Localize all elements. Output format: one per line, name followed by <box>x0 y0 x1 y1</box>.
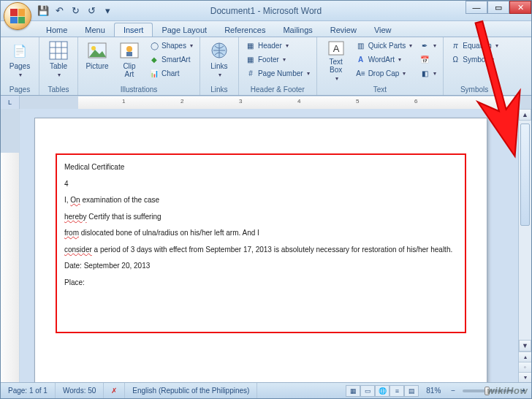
table-label: Table <box>50 62 67 70</box>
status-words[interactable]: Words: 50 <box>56 383 104 398</box>
ruler-tick: 5 <box>356 98 359 104</box>
zoom-level[interactable]: 81% <box>419 383 448 398</box>
page[interactable]: Medical Certificate4I, On examination of… <box>34 118 487 382</box>
scroll-track[interactable] <box>519 121 531 340</box>
svg-rect-9 <box>126 52 132 56</box>
ruler-tick: 2 <box>180 98 183 104</box>
picture-button[interactable]: Picture <box>83 39 112 81</box>
view-web[interactable]: 🌐 <box>375 385 390 397</box>
tab-insert[interactable]: Insert <box>114 23 153 37</box>
symbol-icon: Ω <box>450 54 460 64</box>
maximize-button[interactable]: ▭ <box>487 1 509 14</box>
prev-page-icon[interactable]: ▴ <box>519 352 531 362</box>
ruler-corner: L <box>1 96 20 109</box>
ruler-tick: 4 <box>297 98 300 104</box>
undo-icon[interactable]: ↶ <box>52 4 66 18</box>
datetime-icon: 📅 <box>419 54 430 64</box>
group-text: A Text Box▾ ▥Quick Parts▾ AWordArt▾ A≡Dr… <box>317 37 444 95</box>
tab-home[interactable]: Home <box>37 23 76 37</box>
tab-view[interactable]: View <box>365 23 400 37</box>
textbox-icon: A <box>326 40 346 56</box>
view-full-screen[interactable]: ▭ <box>360 385 375 397</box>
document-body[interactable]: Medical Certificate4I, On examination of… <box>64 162 457 287</box>
quickparts-button[interactable]: ▥Quick Parts▾ <box>354 39 415 52</box>
table-button[interactable]: Table▾ <box>44 39 73 81</box>
group-pages-label: Pages <box>5 84 34 95</box>
scroll-thumb[interactable] <box>520 123 530 226</box>
chart-label: Chart <box>162 69 179 77</box>
group-pages: 📄 Pages▾ Pages <box>1 37 39 95</box>
pages-button[interactable]: 📄 Pages▾ <box>5 39 34 81</box>
close-button[interactable]: ✕ <box>509 1 531 14</box>
browse-object-icon[interactable]: ◦ <box>519 362 531 372</box>
object-icon: ◧ <box>419 68 430 78</box>
proofing-icon: ✗ <box>111 387 117 395</box>
status-page[interactable]: Page: 1 of 1 <box>1 383 56 398</box>
group-header-footer: ▦Header▾ ▦Footer▾ #Page Number▾ Header &… <box>239 37 317 95</box>
view-print-layout[interactable]: ▦ <box>346 385 360 397</box>
scroll-down-icon[interactable]: ▼ <box>519 340 531 352</box>
signature-icon: ✒ <box>419 40 430 50</box>
quick-access-toolbar: 💾 ↶ ↻ ↺ ▾ <box>36 4 115 18</box>
textbox-label: Text Box <box>329 58 342 74</box>
object-button[interactable]: ◧▾ <box>417 66 438 80</box>
svg-point-8 <box>126 46 132 52</box>
footer-button[interactable]: ▦Footer▾ <box>243 53 312 66</box>
view-outline[interactable]: ≡ <box>390 385 404 397</box>
tab-references[interactable]: References <box>216 23 274 37</box>
datetime-button[interactable]: 📅 <box>417 53 438 66</box>
group-text-label: Text <box>322 84 439 95</box>
view-draft[interactable]: ▤ <box>404 385 419 397</box>
group-links-label: Links <box>205 84 234 95</box>
minimize-button[interactable]: — <box>466 1 487 14</box>
header-button[interactable]: ▦Header▾ <box>243 39 312 52</box>
clipart-button[interactable]: Clip Art <box>115 39 144 81</box>
qat-more-icon[interactable]: ▾ <box>100 4 115 18</box>
tab-menu[interactable]: Menu <box>76 23 114 37</box>
horizontal-ruler-area: L 1 2 3 4 5 6 <box>1 96 531 109</box>
svg-text:A: A <box>332 43 339 54</box>
zoom-slider[interactable] <box>463 390 514 392</box>
page-number-button[interactable]: #Page Number▾ <box>243 66 312 80</box>
clipart-label: Clip Art <box>123 62 135 78</box>
header-label: Header <box>258 42 282 50</box>
next-page-icon[interactable]: ▾ <box>519 372 531 382</box>
equation-button[interactable]: πEquation▾ <box>448 39 500 52</box>
wordart-label: WordArt <box>368 56 395 64</box>
smartart-button[interactable]: ◆SmartArt <box>147 53 195 66</box>
textbox-button[interactable]: A Text Box▾ <box>322 39 351 81</box>
status-language[interactable]: English (Republic of the Philippines) <box>125 383 257 398</box>
document-area: Medical Certificate4I, On examination of… <box>1 109 531 382</box>
wordart-button[interactable]: AWordArt▾ <box>354 53 415 66</box>
repeat-icon[interactable]: ↺ <box>84 4 99 18</box>
dropcap-button[interactable]: A≡Drop Cap▾ <box>354 66 415 80</box>
shapes-button[interactable]: ◯Shapes▾ <box>147 39 195 52</box>
redo-icon[interactable]: ↻ <box>68 4 83 18</box>
zoom-out-icon[interactable]: − <box>448 387 458 395</box>
scroll-up-icon[interactable]: ▲ <box>519 109 531 121</box>
horizontal-ruler[interactable]: 1 2 3 4 5 6 <box>20 96 531 109</box>
links-button[interactable]: Links▾ <box>205 39 234 81</box>
zoom-in-icon[interactable]: + <box>518 387 531 395</box>
vertical-ruler[interactable] <box>1 109 20 382</box>
symbol-button[interactable]: ΩSymbol▾ <box>448 53 500 66</box>
tab-page-layout[interactable]: Page Layout <box>153 23 216 37</box>
save-icon[interactable]: 💾 <box>36 4 50 18</box>
tab-review[interactable]: Review <box>322 23 365 37</box>
links-label: Links <box>210 62 227 70</box>
tab-mailings[interactable]: Mailings <box>274 23 321 37</box>
svg-point-6 <box>91 46 96 50</box>
dropcap-label: Drop Cap <box>368 69 400 77</box>
ruler-tick: 1 <box>122 98 125 104</box>
status-proof[interactable]: ✗ <box>104 383 125 398</box>
office-button[interactable] <box>4 2 33 31</box>
chart-icon: 📊 <box>149 68 159 78</box>
signature-button[interactable]: ✒▾ <box>417 39 438 52</box>
chart-button[interactable]: 📊Chart <box>147 66 195 80</box>
symbol-label: Symbol <box>463 56 487 64</box>
zoom-knob[interactable] <box>484 387 490 395</box>
vertical-scrollbar[interactable]: ▲ ▼ ▴ ◦ ▾ <box>518 109 531 382</box>
wordart-icon: A <box>356 54 366 64</box>
clipart-icon <box>119 40 140 61</box>
group-illustrations-label: Illustrations <box>83 84 195 95</box>
